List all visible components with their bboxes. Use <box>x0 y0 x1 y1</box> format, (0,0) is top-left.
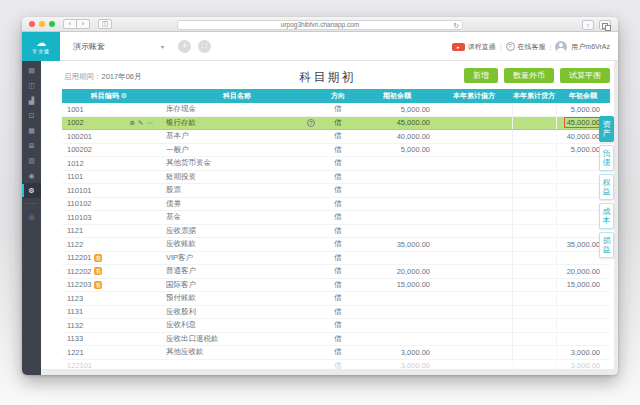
column-header-ytd-credit[interactable]: 本年累计贷方 <box>512 91 556 101</box>
table-row[interactable]: 122101借3,000.003,000.00 <box>62 360 610 370</box>
sidebar-item-fund[interactable]: ⊡ <box>22 108 41 123</box>
account-code-text: 1121 <box>67 226 83 235</box>
cell-opening-balance: 3,000.00 <box>358 346 436 359</box>
table-row[interactable]: 110103基金借 <box>62 211 610 225</box>
table-row[interactable]: 1132应收利息借 <box>62 319 610 333</box>
table-row[interactable]: 112202客普通客户借20,000.0020,000.00 <box>62 265 610 279</box>
row-help-icon[interactable]: ? <box>307 119 315 127</box>
category-tab-成本[interactable]: 成本 <box>599 203 614 229</box>
table-row[interactable]: 1001库存现金借5,000.005,000.00 <box>62 103 610 117</box>
table-row[interactable]: 1123预付账款借 <box>62 292 610 306</box>
cell-opening-balance <box>358 225 436 238</box>
table-row[interactable]: 1101短期投资借 <box>62 171 610 185</box>
cell-opening-balance: 15,000.00 <box>358 279 436 292</box>
table-header: 科目编码⚙ 科目名称 方向 期初余额 本年累计借方 本年累计贷方 年初余额 <box>62 89 610 103</box>
sidebar-item-app-center[interactable]: ◎ <box>22 209 41 224</box>
app-grid-button[interactable]: ∷ <box>198 40 211 53</box>
tab-overview-icon[interactable] <box>599 20 611 30</box>
app-top-bar: ☁ 专业版 演示账套 ▾ + ∷ ▸ 课程直播 | ? 在线客服 | 用户m6V… <box>22 32 618 61</box>
account-code-text: 110102 <box>67 199 91 208</box>
cell-opening-balance <box>358 211 436 224</box>
zoom-window-button[interactable] <box>49 21 55 27</box>
cell-account-code: 1001 <box>62 103 156 116</box>
avatar[interactable] <box>555 41 567 53</box>
table-row[interactable]: 110102债券借 <box>62 198 610 212</box>
username-menu[interactable]: 用户m6VrAz <box>571 42 610 52</box>
category-tab-损益[interactable]: 损益 <box>599 232 614 258</box>
sidebar-toggle-icon[interactable]: ◫ <box>98 19 112 29</box>
add-sub-account-icon[interactable]: ⊕ <box>130 119 135 127</box>
sidebar-item-voucher[interactable]: ◫ <box>22 78 41 93</box>
browser-chrome: ‹ › ◫ urpog3hibfvn.chanapp.com ↻ ↑ <box>22 17 618 32</box>
back-icon[interactable]: ‹ <box>63 19 77 29</box>
quantity-currency-button[interactable]: 数量外币 <box>504 68 554 83</box>
sidebar-item-purchase[interactable]: ⊠ <box>22 138 41 153</box>
trial-balance-button[interactable]: 试算平衡 <box>560 68 610 83</box>
table-row[interactable]: 1002⊕✎⋯银行存款?借45,000.0045,000.00 <box>62 117 610 131</box>
column-header-name[interactable]: 科目名称 <box>156 91 318 101</box>
column-settings-icon[interactable]: ⚙ <box>121 92 127 99</box>
cell-ytd-debit <box>436 144 512 157</box>
live-course-link[interactable]: 课程直播 <box>468 42 496 52</box>
column-header-ytd-debit[interactable]: 本年累计借方 <box>436 91 512 101</box>
cell-opening-balance: 40,000.00 <box>358 130 436 143</box>
account-code-text: 1132 <box>67 321 83 330</box>
account-name-text: 短期投资 <box>166 172 196 182</box>
account-name-text: 应收股利 <box>166 307 196 317</box>
refresh-icon[interactable]: ↻ <box>453 21 459 30</box>
minimize-window-button[interactable] <box>39 21 45 27</box>
forward-icon[interactable]: › <box>76 19 90 29</box>
table-row[interactable]: 112203客国际客户借15,000.0015,000.00 <box>62 279 610 293</box>
column-header-year-begin[interactable]: 年初余额 <box>556 91 610 101</box>
sidebar-item-settings[interactable]: ⚙ <box>22 183 41 198</box>
table-row[interactable]: 100202一般户借5,000.005,000.00 <box>62 144 610 158</box>
share-icon[interactable]: ↑ <box>582 20 594 30</box>
table-row[interactable]: 100201基本户借40,000.0040,000.00 <box>62 130 610 144</box>
cell-direction: 借 <box>318 279 358 292</box>
account-name-text: 应收票据 <box>166 226 196 236</box>
category-tab-负债[interactable]: 负债 <box>599 145 614 171</box>
cell-ytd-debit <box>436 333 512 346</box>
cell-year-begin-balance <box>556 306 610 319</box>
add-button[interactable]: 新增 <box>464 68 498 83</box>
sidebar-item-report[interactable]: ▟ <box>22 93 41 108</box>
cell-year-begin-balance <box>556 319 610 332</box>
category-tab-权益[interactable]: 权益 <box>599 174 614 200</box>
table-row[interactable]: 110101股票借 <box>62 184 610 198</box>
voucher-icon: ◫ <box>28 82 35 90</box>
edit-account-icon[interactable]: ✎ <box>138 119 143 127</box>
table-row[interactable]: 1012其他货币资金借 <box>62 157 610 171</box>
cell-direction: 借 <box>318 198 358 211</box>
cell-opening-balance: 5,000.00 <box>358 103 436 116</box>
sidebar-item-salary[interactable]: ▥ <box>22 153 41 168</box>
cell-account-name: 应收账款 <box>156 238 318 251</box>
online-support-link[interactable]: 在线客服 <box>518 42 546 52</box>
table-row[interactable]: 1221其他应收款借3,000.003,000.00 <box>62 346 610 360</box>
table-row[interactable]: 1122应收账款借35,000.0035,000.00 <box>62 238 610 252</box>
cell-account-name: 普通客户 <box>156 265 318 278</box>
chevron-down-icon[interactable]: ▾ <box>161 43 164 50</box>
sidebar-item-period[interactable]: ▦ <box>22 123 41 138</box>
more-actions-icon[interactable]: ⋯ <box>147 119 154 127</box>
category-tab-资产[interactable]: 资产 <box>599 116 614 142</box>
cell-year-begin-balance: 3,000.00 <box>556 360 610 370</box>
cell-opening-balance: 3,000.00 <box>358 360 436 370</box>
close-window-button[interactable] <box>29 21 35 27</box>
cell-ytd-credit <box>512 360 556 370</box>
add-tab-button[interactable]: + <box>178 40 191 53</box>
column-header-code[interactable]: 科目编码⚙ <box>62 91 156 101</box>
sidebar-item-asset[interactable]: ◉ <box>22 168 41 183</box>
address-bar[interactable]: urpog3hibfvn.chanapp.com ↻ <box>177 20 463 30</box>
year-begin-balance-input[interactable]: 45,000.00 <box>564 117 603 128</box>
app-logo[interactable]: ☁ 专业版 <box>22 32 60 61</box>
cell-ytd-credit <box>512 117 556 130</box>
account-set-dropdown[interactable]: 演示账套 <box>73 41 105 52</box>
table-row[interactable]: 1133应收出口退税款借 <box>62 333 610 347</box>
table-row[interactable]: 1131应收股利借 <box>62 306 610 320</box>
column-header-direction[interactable]: 方向 <box>318 91 358 101</box>
table-row[interactable]: 112201客VIP客户借 <box>62 252 610 266</box>
column-header-opening-balance[interactable]: 期初余额 <box>358 91 436 101</box>
sidebar-item-invoice[interactable]: ▤ <box>22 63 41 78</box>
opening-balance-table: 科目编码⚙ 科目名称 方向 期初余额 本年累计借方 本年累计贷方 年初余额 10… <box>62 89 610 369</box>
table-row[interactable]: 1121应收票据借 <box>62 225 610 239</box>
